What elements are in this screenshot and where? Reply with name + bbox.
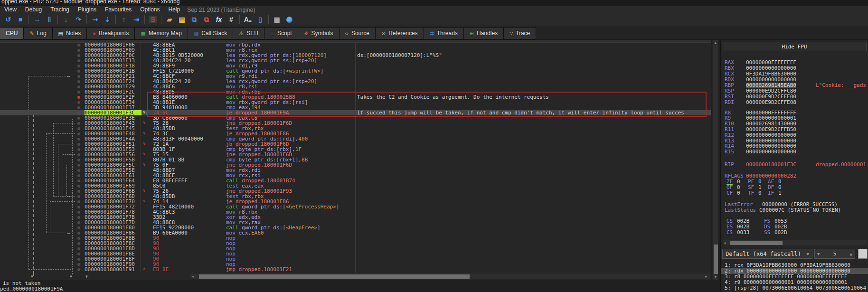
stop-icon[interactable]: ■ (15, 15, 26, 24)
row-dot[interactable] (77, 216, 80, 219)
register-row-rax[interactable]: RAX00000000FFFFFFFF (725, 60, 734, 65)
row-dot[interactable] (77, 138, 80, 141)
scroll-left-icon[interactable]: ◄ (724, 241, 726, 245)
step-into-icon[interactable]: ↓ (60, 15, 72, 24)
register-row-rdx[interactable]: RDX0000000000000000 (725, 77, 734, 82)
argument-row[interactable]: 5: [rsp+28] 0073006E00610064 0073006E006… (721, 285, 868, 291)
row-dot[interactable] (77, 127, 80, 130)
function-icon[interactable]: fx (213, 15, 225, 24)
chevron-up-icon[interactable]: ▲ (850, 252, 852, 256)
row-dot[interactable] (77, 122, 80, 125)
label-icon[interactable]: ⧉ (189, 15, 200, 24)
row-dot[interactable] (77, 85, 80, 88)
row-dot[interactable] (77, 54, 80, 57)
scroll-thumb[interactable] (730, 241, 783, 245)
scroll-up-icon[interactable]: ▲ (714, 41, 717, 46)
internet-icon[interactable] (283, 15, 295, 24)
trace-over-icon[interactable]: ⇢ (89, 15, 101, 24)
chevron-down-icon[interactable]: ▼ (817, 252, 820, 256)
register-row-rsi[interactable]: RSI000000E9D2CFFE00 (725, 94, 734, 99)
row-dot[interactable] (77, 200, 80, 203)
scroll-right-icon[interactable]: ► (705, 274, 708, 279)
register-row-rsp[interactable]: RSP000000E9D2CFFC80 (725, 88, 734, 94)
scroll-thumb[interactable] (199, 274, 470, 279)
tab-memory-map[interactable]: ▦Memory Map (135, 27, 188, 39)
disassembly-hscrollbar[interactable]: ◄► (190, 273, 711, 280)
row-dot[interactable] (77, 169, 80, 172)
row-dot[interactable] (77, 75, 80, 78)
register-row-rip[interactable]: RIP0000000180001F3Cdropped.00000001 (725, 162, 734, 167)
row-dot[interactable] (77, 206, 80, 208)
tab-threads[interactable]: ⇉Threads (424, 27, 464, 39)
row-dot[interactable] (77, 65, 80, 67)
register-row-rbx[interactable]: RBX0000000000000000 (725, 66, 734, 71)
registers-panel[interactable]: Hide FPU RAX00000000FFFFFFFFRBX000000000… (720, 40, 868, 292)
row-dot[interactable] (77, 253, 80, 255)
row-dot[interactable] (77, 59, 80, 62)
row-dot[interactable] (77, 247, 80, 250)
calling-convention-select[interactable]: Default (x64 fastcall) ▼ (722, 249, 812, 259)
row-dot[interactable] (77, 148, 80, 151)
menu-item-help[interactable]: Help (164, 6, 185, 13)
menu-item-debug[interactable]: Debug (21, 6, 46, 13)
tab-references[interactable]: ⊙References (376, 27, 424, 39)
row-dot[interactable] (77, 263, 80, 266)
row-dot[interactable] (77, 106, 80, 109)
register-row-r14[interactable]: R140000000000000000 (725, 143, 734, 149)
row-dot[interactable] (77, 91, 80, 94)
breakpoint-dot[interactable] (77, 96, 80, 99)
row-dot[interactable] (77, 237, 80, 240)
register-row-rflags[interactable]: RFLAGS0000000000000282 (725, 173, 744, 179)
hide-fpu-button[interactable]: Hide FPU (722, 42, 867, 51)
menu-item-options[interactable]: Options (136, 6, 164, 13)
unlock-button[interactable] (858, 249, 868, 259)
row-dot[interactable] (77, 195, 80, 198)
row-dot[interactable] (77, 70, 80, 73)
comment-icon[interactable]: ▤ (176, 15, 188, 24)
tab-cpu[interactable]: CPU (0, 27, 24, 39)
scroll-thumb[interactable] (714, 245, 718, 274)
arg-count-spinner[interactable]: ▼ 5 ▲ (814, 249, 855, 259)
step-over-icon[interactable]: ↷ (73, 15, 84, 24)
row-dot[interactable] (77, 159, 80, 161)
tab-symbols[interactable]: ❖Symbols (298, 27, 340, 39)
register-row-r11[interactable]: R11000000E9D2CFFB50 (725, 127, 734, 132)
menu-item-plugins[interactable]: Plugins (74, 6, 101, 13)
animate-icon[interactable]: S (147, 15, 159, 24)
row-dot[interactable] (77, 49, 80, 52)
row-dot[interactable] (77, 190, 80, 193)
tab-log[interactable]: ✎Log (24, 27, 52, 39)
row-dot[interactable] (77, 143, 80, 146)
disasm-row[interactable]: 0000000180001F91∧EB 8Ejmp dropped.180001… (0, 267, 711, 272)
pause-icon[interactable]: ‖ (44, 15, 55, 24)
annotation-icon[interactable]: A₂ (242, 15, 254, 24)
disassembly-vscrollbar[interactable]: ▲▼ (712, 40, 718, 280)
row-dot[interactable] (77, 268, 80, 271)
run-to-user-code-icon[interactable]: ⇥ (131, 15, 142, 24)
tab-notes[interactable]: ▤Notes (53, 27, 87, 39)
trace-into-icon[interactable]: ⇣ (102, 15, 113, 24)
register-row-r10[interactable]: R100000026981430000 (725, 121, 734, 126)
tab-handles[interactable]: ⊞Handles (464, 27, 504, 39)
run-icon[interactable]: → (31, 15, 43, 24)
row-dot[interactable] (77, 211, 80, 214)
tab-breakpoints[interactable]: ●Breakpoints (87, 27, 135, 39)
row-dot[interactable] (77, 242, 80, 245)
register-row-rdi[interactable]: RDI000000E9D2CFFE08 (725, 100, 734, 105)
row-dot[interactable] (77, 164, 80, 167)
row-dot[interactable] (77, 185, 80, 188)
row-dot[interactable] (77, 132, 80, 135)
scroll-left-icon[interactable]: ◄ (191, 274, 194, 279)
step-out-icon[interactable]: ↑ (118, 15, 130, 24)
registers-hscrollbar[interactable]: ◄ (722, 240, 867, 246)
row-dot[interactable] (77, 44, 80, 47)
row-dot[interactable] (77, 153, 80, 156)
menu-item-view[interactable]: View (0, 6, 21, 13)
row-dot[interactable] (77, 226, 80, 229)
row-dot[interactable] (77, 80, 80, 83)
row-dot[interactable] (77, 258, 80, 261)
calculator-icon[interactable]: ▦ (271, 15, 283, 24)
scroll-down-icon[interactable]: ▼ (714, 275, 717, 280)
row-dot[interactable] (77, 221, 80, 224)
register-row-rcx[interactable]: RCX0F3DA19FBB630000 (725, 71, 734, 76)
